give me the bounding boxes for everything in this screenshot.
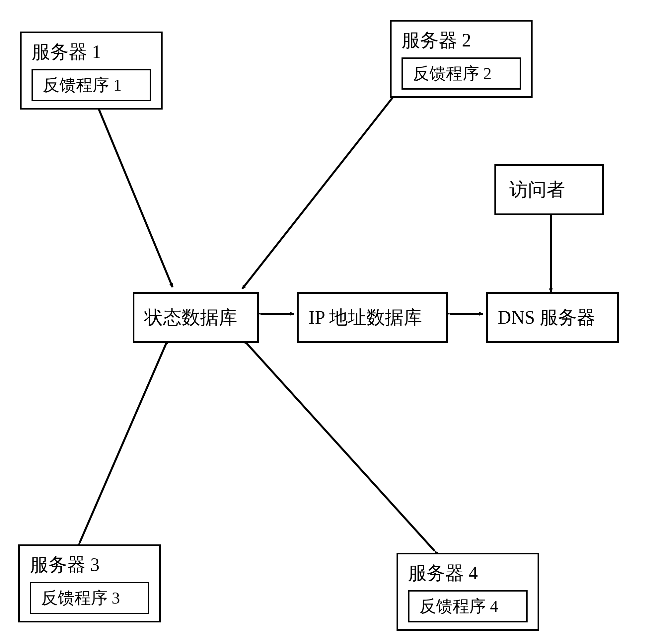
server-4-box: 服务器 4 反馈程序 4 <box>397 553 539 631</box>
ip-db-box: IP 地址数据库 <box>297 292 448 343</box>
svg-line-3 <box>244 340 435 551</box>
visitor-label: 访问者 <box>509 179 565 200</box>
server-2-box: 服务器 2 反馈程序 2 <box>390 20 533 98</box>
server-4-title: 服务器 4 <box>408 561 527 585</box>
visitor-box: 访问者 <box>494 164 604 215</box>
server-1-box: 服务器 1 反馈程序 1 <box>20 31 163 110</box>
server-1-title: 服务器 1 <box>31 40 151 64</box>
server-3-box: 服务器 3 反馈程序 3 <box>18 545 161 622</box>
status-db-box: 状态数据库 <box>133 292 259 343</box>
svg-line-2 <box>80 340 168 543</box>
dns-box: DNS 服务器 <box>486 292 619 343</box>
server-3-title: 服务器 3 <box>30 553 149 577</box>
server-4-feedback: 反馈程序 4 <box>408 590 527 622</box>
status-db-label: 状态数据库 <box>144 307 237 328</box>
svg-line-1 <box>242 86 401 289</box>
dns-label: DNS 服务器 <box>498 307 595 328</box>
svg-line-0 <box>96 103 172 287</box>
server-2-title: 服务器 2 <box>401 28 521 52</box>
server-3-feedback: 反馈程序 3 <box>30 582 149 614</box>
server-2-feedback: 反馈程序 2 <box>401 58 521 90</box>
ip-db-label: IP 地址数据库 <box>309 307 422 328</box>
server-1-feedback: 反馈程序 1 <box>31 69 151 101</box>
